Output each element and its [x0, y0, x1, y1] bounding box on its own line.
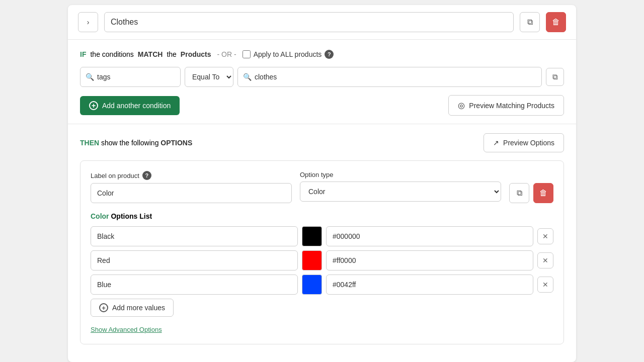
copy-condition-icon: ⧉ [552, 72, 558, 81]
options-header: THEN show the following OPTIONS ↗ Previe… [80, 133, 564, 152]
color-options-list-label: Color Options List [91, 212, 553, 220]
delete-option-button[interactable]: 🗑 [533, 183, 553, 203]
show-advanced-options-link[interactable]: Show Advanced Options [91, 326, 162, 333]
the-label: the [167, 50, 176, 58]
condition-field-text[interactable] [97, 73, 175, 81]
color-hex-black[interactable] [326, 226, 533, 246]
top-bar: › ⧉ 🗑 [68, 5, 576, 40]
separator-label: - OR - [217, 50, 236, 58]
products-bold-label: Products [181, 50, 211, 58]
apply-all-container: Apply to ALL products ? [243, 50, 334, 59]
options-section: THEN show the following OPTIONS ↗ Previe… [68, 124, 576, 353]
option-card: Label on product ? Option type Color [80, 160, 564, 344]
condition-row: 🔍 Equal To 🔍 ⧉ [80, 67, 564, 87]
label-form-group: Label on product ? [91, 171, 292, 203]
the-conditions-label: the conditions [90, 50, 133, 58]
color-hex-blue[interactable] [326, 275, 533, 295]
options-list-text: Options List [111, 212, 152, 220]
options-bold-label: OPTIONS [160, 139, 192, 147]
color-row-red: ✕ [91, 250, 553, 270]
preview-matching-products-button[interactable]: ◎ Preview Matching Products [448, 95, 564, 116]
condition-field-input[interactable]: 🔍 [80, 67, 181, 87]
preview-matching-label: Preview Matching Products [469, 102, 554, 110]
copy-icon: ⧉ [527, 18, 533, 27]
close-red-icon: ✕ [542, 256, 548, 264]
add-condition-button[interactable]: + Add another condition [80, 96, 180, 115]
color-row-blue: ✕ [91, 275, 553, 295]
copy-button[interactable]: ⧉ [520, 12, 540, 32]
operator-select[interactable]: Equal To [185, 67, 233, 87]
label-on-product-label: Label on product ? [91, 171, 292, 180]
options-header-left: THEN show the following OPTIONS [80, 139, 192, 147]
conditions-header: IF the conditions MATCH the Products - O… [80, 50, 564, 59]
show-advanced-label: Show Advanced Options [91, 326, 162, 333]
chevron-right-icon: › [87, 18, 90, 26]
help-icon[interactable]: ? [325, 50, 334, 59]
option-type-form-group: Option type Color [300, 171, 501, 202]
label-help-icon[interactable]: ? [142, 171, 151, 180]
remove-blue-button[interactable]: ✕ [537, 277, 553, 293]
apply-all-label: Apply to ALL products [254, 50, 322, 58]
color-swatch-black[interactable] [302, 226, 322, 246]
back-button[interactable]: › [78, 12, 98, 32]
add-condition-label: Add another condition [102, 102, 171, 110]
copy-condition-button[interactable]: ⧉ [546, 68, 564, 86]
color-hex-red[interactable] [326, 250, 533, 270]
show-label: show the following [101, 139, 158, 147]
add-values-plus-icon: + [99, 303, 108, 312]
close-black-icon: ✕ [542, 232, 548, 240]
if-label: IF [80, 50, 86, 58]
add-condition-plus-icon: + [89, 101, 98, 110]
label-input[interactable] [91, 183, 292, 203]
card-actions: ⧉ 🗑 [509, 171, 553, 203]
option-type-select[interactable]: Color [300, 182, 501, 202]
close-blue-icon: ✕ [542, 281, 548, 289]
preview-options-label: Preview Options [503, 139, 554, 147]
color-name-red[interactable] [91, 250, 298, 270]
option-type-label: Option type [300, 171, 501, 178]
preview-options-button[interactable]: ↗ Preview Options [484, 133, 564, 152]
add-values-label: Add more values [112, 304, 165, 312]
color-row-black: ✕ [91, 226, 553, 246]
trash-icon: 🗑 [552, 18, 560, 27]
external-link-icon: ↗ [493, 139, 499, 147]
copy-option-icon: ⧉ [517, 189, 522, 198]
match-bold-label: MATCH [138, 50, 163, 58]
condition-value-input[interactable]: 🔍 [237, 67, 542, 87]
delete-button[interactable]: 🗑 [546, 12, 566, 32]
color-name-black[interactable] [91, 226, 298, 246]
delete-option-icon: 🗑 [539, 189, 547, 198]
color-name-blue[interactable] [91, 275, 298, 295]
remove-black-button[interactable]: ✕ [537, 228, 553, 244]
copy-option-button[interactable]: ⧉ [509, 183, 529, 203]
color-swatch-red[interactable] [302, 250, 322, 270]
action-row: + Add another condition ◎ Preview Matchi… [80, 95, 564, 116]
condition-value-text[interactable] [255, 73, 536, 81]
add-more-values-button[interactable]: + Add more values [91, 299, 174, 317]
value-search-icon: 🔍 [243, 73, 252, 81]
collection-title-input[interactable] [104, 12, 514, 32]
color-swatch-blue[interactable] [302, 275, 322, 295]
eye-icon: ◎ [458, 101, 465, 110]
conditions-section: IF the conditions MATCH the Products - O… [68, 40, 576, 124]
then-label: THEN [80, 139, 99, 147]
apply-all-checkbox[interactable] [243, 50, 251, 58]
remove-red-button[interactable]: ✕ [537, 252, 553, 268]
search-icon: 🔍 [86, 73, 94, 81]
option-card-header: Label on product ? Option type Color [91, 171, 553, 203]
color-text-label: Color [91, 212, 109, 220]
